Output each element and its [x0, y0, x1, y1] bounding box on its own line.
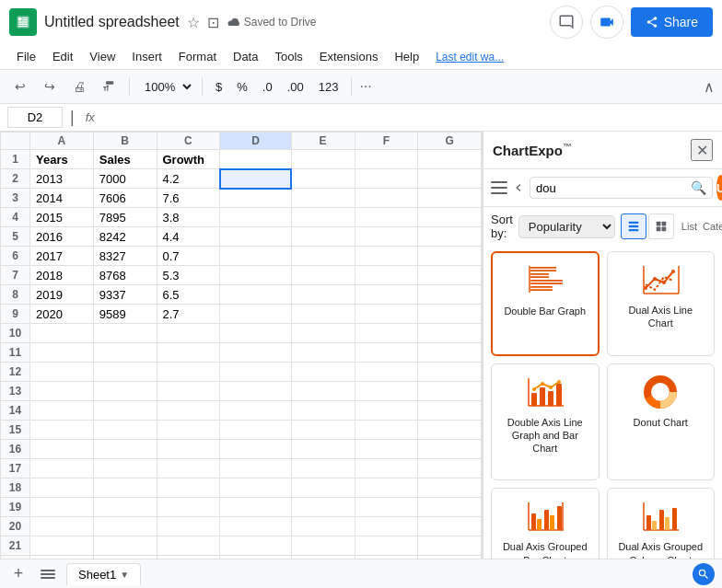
undo-button[interactable]: ↩: [7, 74, 33, 99]
row-header[interactable]: 7: [1, 266, 30, 285]
comment-button[interactable]: [550, 6, 583, 39]
cell-e6[interactable]: [291, 247, 355, 266]
cell-empty[interactable]: [220, 343, 292, 363]
cell-c4[interactable]: 3.8: [157, 208, 220, 227]
cell-g8[interactable]: [418, 285, 482, 305]
cell-a1[interactable]: Years: [30, 150, 94, 169]
row-header[interactable]: 6: [1, 247, 30, 266]
cell-empty[interactable]: [220, 421, 292, 440]
cell-empty[interactable]: [30, 324, 94, 343]
cell-empty[interactable]: [157, 382, 220, 401]
cell-g3[interactable]: [418, 189, 482, 208]
cell-empty[interactable]: [418, 498, 482, 517]
cell-empty[interactable]: [418, 536, 482, 556]
cell-a4[interactable]: 2015: [30, 208, 94, 227]
cell-empty[interactable]: [30, 421, 94, 440]
cell-empty[interactable]: [291, 536, 355, 556]
cell-b2[interactable]: 7000: [93, 169, 157, 189]
chart-card-double-axis-line-bar[interactable]: Double Axis Line Graph and Bar Chart: [491, 363, 600, 481]
cell-f1[interactable]: [355, 150, 418, 169]
cell-empty[interactable]: [157, 517, 220, 536]
cell-e1[interactable]: [291, 150, 355, 169]
cell-empty[interactable]: [93, 440, 157, 459]
cell-empty[interactable]: [157, 401, 220, 421]
cell-e9[interactable]: [291, 305, 355, 324]
cell-empty[interactable]: [355, 382, 418, 401]
cell-empty[interactable]: [93, 498, 157, 517]
menu-help[interactable]: Help: [387, 46, 426, 67]
cell-f6[interactable]: [355, 247, 418, 266]
cell-empty[interactable]: [220, 517, 292, 536]
paint-format-button[interactable]: [96, 74, 122, 99]
row-header[interactable]: 12: [1, 363, 30, 382]
cell-f3[interactable]: [355, 189, 418, 208]
explore-button[interactable]: [693, 563, 715, 585]
cell-empty[interactable]: [291, 517, 355, 536]
cell-empty[interactable]: [355, 363, 418, 382]
cell-b1[interactable]: Sales: [93, 150, 157, 169]
cell-c3[interactable]: 7.6: [157, 189, 220, 208]
row-header[interactable]: 19: [1, 498, 30, 517]
cell-empty[interactable]: [30, 536, 94, 556]
menu-insert[interactable]: Insert: [124, 46, 169, 67]
cell-d7[interactable]: [220, 266, 292, 285]
col-header-d[interactable]: D: [220, 133, 292, 150]
cell-empty[interactable]: [291, 324, 355, 343]
cell-empty[interactable]: [220, 401, 292, 421]
cell-a9[interactable]: 2020: [30, 305, 94, 324]
row-header[interactable]: 15: [1, 421, 30, 440]
chart-card-donut[interactable]: Donut Chart: [607, 363, 716, 481]
cell-c7[interactable]: 5.3: [157, 266, 220, 285]
menu-tools[interactable]: Tools: [267, 46, 309, 67]
cell-g9[interactable]: [418, 305, 482, 324]
cell-g7[interactable]: [418, 266, 482, 285]
col-header-f[interactable]: F: [355, 133, 418, 150]
cell-empty[interactable]: [418, 478, 482, 498]
cell-empty[interactable]: [291, 440, 355, 459]
cell-a7[interactable]: 2018: [30, 266, 94, 285]
col-header-b[interactable]: B: [93, 133, 157, 150]
cell-a2[interactable]: 2013: [30, 169, 94, 189]
cell-empty[interactable]: [418, 401, 482, 421]
cell-empty[interactable]: [291, 459, 355, 478]
cell-empty[interactable]: [220, 363, 292, 382]
cell-f2[interactable]: [355, 169, 418, 189]
cell-c6[interactable]: 0.7: [157, 247, 220, 266]
cell-empty[interactable]: [157, 478, 220, 498]
cell-empty[interactable]: [157, 324, 220, 343]
cell-a3[interactable]: 2014: [30, 189, 94, 208]
sort-select[interactable]: Popularity Alphabetical Recent: [518, 215, 615, 238]
row-header[interactable]: 18: [1, 478, 30, 498]
row-header[interactable]: 14: [1, 401, 30, 421]
cell-d9[interactable]: [220, 305, 292, 324]
row-header[interactable]: 8: [1, 285, 30, 305]
cell-empty[interactable]: [93, 363, 157, 382]
cell-empty[interactable]: [30, 478, 94, 498]
cell-d5[interactable]: [220, 227, 292, 247]
cell-empty[interactable]: [418, 440, 482, 459]
cell-reference[interactable]: [7, 107, 63, 128]
cell-empty[interactable]: [220, 478, 292, 498]
row-header[interactable]: 2: [1, 169, 30, 189]
cell-d4[interactable]: [220, 208, 292, 227]
meet-button[interactable]: [590, 6, 623, 39]
cell-b9[interactable]: 9589: [93, 305, 157, 324]
cell-empty[interactable]: [220, 382, 292, 401]
zoom-select[interactable]: 100% 75% 125% 150%: [137, 77, 194, 97]
col-header-c[interactable]: C: [157, 133, 220, 150]
collapse-button[interactable]: ∧: [704, 78, 715, 96]
cell-empty[interactable]: [291, 421, 355, 440]
chart-card-double-bar-graph[interactable]: Double Bar Graph: [491, 251, 600, 356]
category-view-button[interactable]: [648, 213, 674, 239]
cell-d1[interactable]: [220, 150, 292, 169]
back-button[interactable]: [511, 177, 526, 199]
formula-input[interactable]: [106, 109, 715, 126]
cell-empty[interactable]: [418, 459, 482, 478]
cell-e4[interactable]: [291, 208, 355, 227]
cell-empty[interactable]: [157, 440, 220, 459]
cell-empty[interactable]: [418, 421, 482, 440]
cell-g1[interactable]: [418, 150, 482, 169]
cell-f5[interactable]: [355, 227, 418, 247]
cell-empty[interactable]: [157, 498, 220, 517]
cell-empty[interactable]: [93, 517, 157, 536]
